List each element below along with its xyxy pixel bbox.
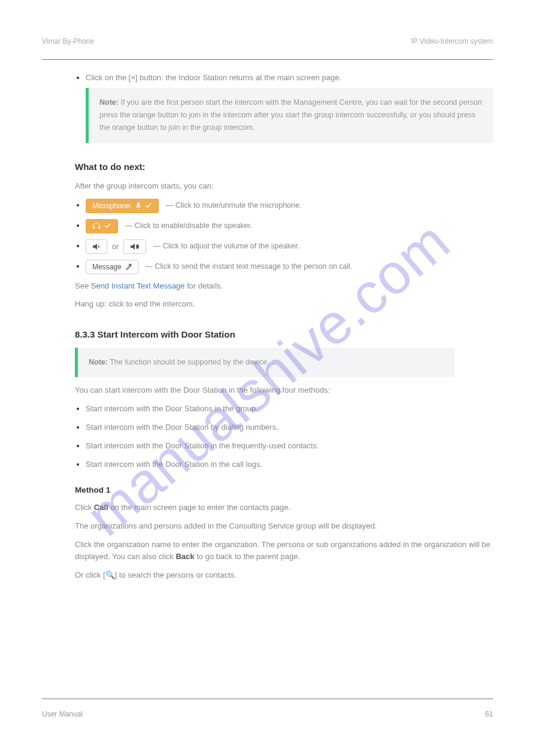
method1-p3: Click the organization name to enter the… [75,539,493,564]
method1-title: Method 1 [75,484,493,497]
message-desc: — Click to send the instant text message… [145,262,352,271]
mic-desc: — Click to mute/unmute the microphone. [166,201,302,210]
volume-row: or — Click to adjust the volume of the s… [86,239,493,254]
speaker-row: — Click to enable/disable the speaker. [86,219,493,233]
method-bullet-1: Start intercom with the Door Stations in… [86,403,493,415]
send-message-link[interactable]: Send Instant Text Message [91,281,185,290]
method-bullet-4: Start intercom with the Door Station in … [86,459,493,471]
note-box-1: Note: If you are the first person start … [86,88,493,143]
volume-high-icon [130,243,140,250]
volume-desc: — Click to adjust the volume of the spea… [153,242,300,250]
microphone-icon [135,202,141,210]
check-icon [104,223,111,229]
method-bullet-3: Start intercom with the Door Station in … [86,440,493,453]
close-action-bullet: Click on the [×] button: the Indoor Stat… [86,72,493,143]
header-right: IP Video-Intercom system [411,36,493,47]
see-link-line: See Send Instant Text Message for detail… [75,280,493,293]
method1-p2: The organizations and persons added in t… [75,520,493,533]
note-label-2: Note: [89,358,108,366]
footer-left: User Manual [42,709,83,720]
note-body: If you are the first person start the in… [99,98,482,132]
header-rule [42,59,493,60]
message-button[interactable]: Message [86,260,138,274]
note-body-2: The function should be supported by the … [108,358,269,366]
method1-p1: Click Call on the main screen page to en… [75,502,493,514]
what-next-intro: After the group intercom starts, you can… [75,180,493,193]
methods-intro: You can start intercom with the Door Sta… [75,384,493,397]
volume-up-button[interactable] [123,239,146,254]
page-header: Vimar By-Phone IP Video-Intercom system [42,36,493,47]
speaker-desc: — Click to enable/disable the speaker. [125,221,253,230]
pencil-icon [125,263,132,270]
volume-down-button[interactable] [86,239,107,254]
headphones-icon [92,223,101,230]
hangup-line: Hang up: click to end the intercom. [75,298,493,311]
footer-right: 61 [485,709,493,720]
volume-low-icon [92,243,101,250]
microphone-button[interactable]: Microphone: [86,199,159,213]
what-next-heading: What to do next: [75,160,493,174]
note-label: Note: [99,98,119,107]
method1-p4: Or click [🔍] to search the persons or co… [75,569,493,582]
note-box-2: Note: The function should be supported b… [75,348,455,377]
mic-row: Microphone: — Click to mute/unmute the m… [86,199,493,213]
section-8-3-3-title: 8.3.3 Start Intercom with Door Station [75,327,493,342]
method-bullet-2: Start intercom with the Door Station by … [86,421,493,434]
page-footer: User Manual 61 [42,709,493,720]
header-left: Vimar By-Phone [42,36,94,47]
message-row: Message — Click to send the instant text… [86,260,493,274]
speaker-toggle-button[interactable] [86,219,118,233]
footer-rule [42,699,493,699]
check-icon [145,203,152,209]
or-text: or [112,241,119,253]
